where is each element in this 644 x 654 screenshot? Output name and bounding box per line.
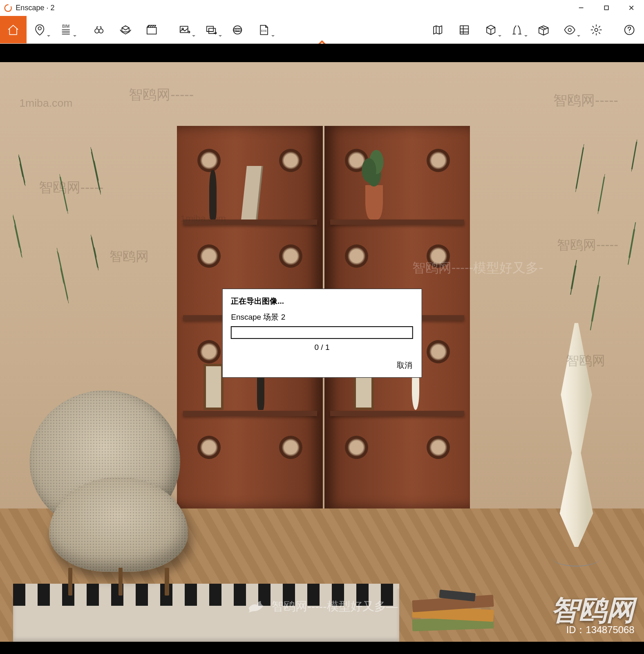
settings-button[interactable] (583, 16, 610, 43)
visibility-button[interactable] (557, 16, 583, 43)
app-window: Enscape · 2 BIM (0, 0, 644, 654)
watermark: 智鸥网----- (557, 236, 618, 254)
export-image-button[interactable] (172, 16, 198, 43)
toolbar: BIM (0, 16, 644, 44)
letterbox-bottom (0, 642, 644, 654)
svg-rect-1 (604, 6, 608, 10)
scene-floor-books (412, 584, 503, 630)
svg-rect-14 (206, 26, 213, 31)
window-title: Enscape · 2 (16, 4, 54, 12)
svg-point-4 (38, 27, 41, 30)
scene-floor-lamp (548, 323, 606, 567)
export-batch-button[interactable] (198, 16, 224, 43)
cancel-button[interactable]: 取消 (396, 359, 413, 372)
app-logo-icon (4, 4, 13, 13)
letterbox-top (0, 44, 644, 62)
svg-rect-20 (460, 26, 468, 34)
minimize-button[interactable] (569, 0, 594, 16)
orbit-button[interactable] (112, 16, 139, 43)
watermark: 智鸥网----- (553, 91, 618, 110)
dialog-subtitle: Enscape 场景 2 (231, 312, 413, 323)
titlebar: Enscape · 2 (0, 0, 644, 16)
svg-text:EXE: EXE (261, 29, 267, 32)
watermark: 智鸥网----- (129, 85, 194, 104)
video-button[interactable] (139, 16, 165, 43)
home-button[interactable] (0, 16, 27, 43)
svg-point-24 (568, 28, 572, 31)
minimap-button[interactable] (425, 16, 451, 43)
svg-text:360°: 360° (235, 28, 241, 31)
bim-layers-button[interactable]: BIM (53, 16, 79, 43)
svg-point-10 (99, 29, 103, 33)
render-viewport[interactable]: 1miba.com 智鸥网----- 智鸥网----- 智鸥网----- 1mi… (0, 44, 644, 654)
watermark: 智鸥网 (110, 248, 149, 266)
watermark-id: ID：134875068 (566, 623, 635, 636)
svg-point-9 (95, 29, 99, 33)
scene-armchair (26, 399, 219, 596)
compare-button[interactable] (504, 16, 530, 43)
window-controls (569, 0, 644, 16)
toolbar-right (425, 16, 644, 43)
svg-rect-11 (147, 27, 157, 34)
watermark: 智鸥网----- (39, 178, 104, 197)
progress-counter: 0 / 1 (231, 343, 413, 352)
dialog-title: 正在导出图像... (231, 296, 413, 307)
scene-plant-left (0, 97, 168, 416)
watermark-center: 智鸥网-----模型好又多— (246, 597, 398, 616)
export-dialog: 正在导出图像... Enscape 场景 2 0 / 1 取消 (222, 289, 422, 378)
maximize-button[interactable] (594, 0, 619, 16)
views-button[interactable] (27, 16, 53, 43)
help-button[interactable] (616, 16, 643, 43)
package-button[interactable] (530, 16, 557, 43)
svg-text:BIM: BIM (62, 24, 69, 29)
3d-mode-button[interactable] (478, 16, 504, 43)
asset-library-button[interactable] (451, 16, 478, 43)
close-button[interactable] (619, 0, 644, 16)
svg-point-25 (595, 28, 598, 31)
export-exe-button[interactable]: EXE (251, 16, 277, 43)
binoculars-button[interactable] (86, 16, 112, 43)
export-360-button[interactable]: 360° (224, 16, 251, 43)
progress-bar (231, 327, 413, 339)
watermark: 1miba.com (19, 97, 72, 110)
toolbar-left: BIM (0, 16, 284, 43)
